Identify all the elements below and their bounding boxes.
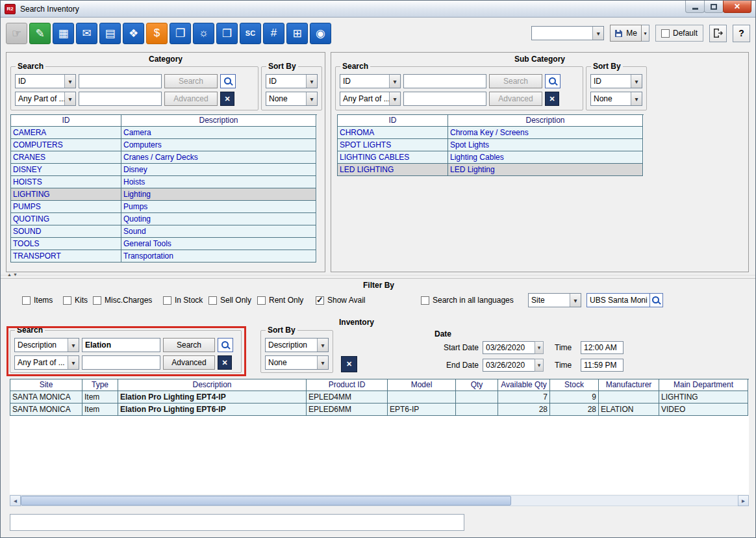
column-header[interactable]: Product ID [307, 379, 388, 391]
subcategory-search-field-dropdown[interactable]: ID [340, 74, 401, 88]
category-row[interactable]: TRANSPORTTransportation [11, 250, 317, 263]
inventory-row[interactable]: SANTA MONICA Item Elation Pro Lighting E… [10, 391, 749, 404]
default-checkbox[interactable] [661, 29, 670, 38]
inventory-search-field-dropdown[interactable]: Description [14, 338, 79, 352]
site-search-magnifier-button[interactable] [649, 294, 662, 307]
category-sort-secondary-dropdown[interactable]: None [266, 92, 318, 106]
subcategory-row[interactable]: SPOT LIGHTSSpot Lights [338, 139, 644, 151]
category-row[interactable]: PUMPSPumps [11, 201, 317, 213]
column-header[interactable]: Model [388, 379, 456, 391]
start-date-input[interactable]: 03/26/2020 [483, 341, 535, 354]
category-match-mode-dropdown[interactable]: Any Part of ... [15, 92, 76, 106]
end-date-input[interactable]: 03/26/2020 [483, 359, 535, 372]
tag-sc-icon[interactable]: SC [240, 23, 261, 44]
subcategory-clear-button[interactable] [545, 92, 559, 106]
exit-button[interactable] [709, 25, 727, 42]
column-header[interactable]: Site [10, 379, 82, 391]
subcategory-sort-secondary-dropdown[interactable]: None [590, 92, 642, 106]
inventory-sort-clear-button[interactable] [341, 356, 357, 372]
price-tags-icon[interactable]: ❖ [123, 23, 144, 44]
subcategory-search-input[interactable] [403, 74, 486, 88]
subcategory-row-selected[interactable]: LED LIGHTINGLED Lighting [338, 164, 644, 176]
column-header[interactable]: Description [118, 379, 307, 391]
scroll-left-button[interactable] [10, 495, 21, 506]
subcategory-search-magnifier-button[interactable] [545, 74, 561, 88]
inventory-clear-button[interactable] [218, 355, 232, 370]
category-row[interactable]: COMPUTERSComputers [11, 139, 317, 151]
scroll-right-button[interactable] [738, 495, 749, 506]
inventory-search-magnifier-button[interactable] [218, 338, 233, 352]
column-header[interactable]: ID [11, 115, 121, 127]
monitor-icon[interactable]: ▤ [99, 23, 121, 44]
category-advanced-button[interactable]: Advanced [164, 92, 218, 106]
checkbox-search-all-languages[interactable]: Search in all languages [421, 294, 514, 306]
end-time-input[interactable]: 11:59 PM [581, 359, 624, 372]
preset-dropdown[interactable] [531, 26, 604, 40]
column-header[interactable]: Description [121, 115, 316, 127]
minimize-button[interactable] [685, 1, 705, 13]
checkbox-in-stock[interactable]: In Stock [163, 294, 203, 306]
scrollbar-thumb[interactable] [21, 496, 511, 506]
category-row[interactable]: QUOTINGQuoting [11, 213, 317, 225]
site-search-field[interactable]: UBS Santa Moni [586, 293, 663, 307]
category-row[interactable]: DISNEYDisney [11, 164, 317, 176]
checkbox-kits[interactable]: Kits [63, 294, 88, 306]
checkbox-show-avail[interactable]: Show Avail [316, 294, 365, 306]
category-row[interactable]: CAMERACamera [11, 127, 317, 139]
column-header[interactable]: Type [82, 379, 118, 391]
inventory-advanced-button[interactable]: Advanced [163, 355, 215, 370]
column-header[interactable]: Manufacturer [599, 379, 659, 391]
inventory-match-mode-dropdown[interactable]: Any Part of ... [14, 355, 79, 370]
pan-hand-icon[interactable]: ☞ [6, 23, 27, 44]
save-me-button[interactable]: Me [610, 25, 642, 42]
status-input[interactable] [10, 514, 464, 531]
category-row[interactable]: HOISTSHoists [11, 176, 317, 188]
checkbox-sell-only[interactable]: Sell Only [208, 294, 251, 306]
inventory-row[interactable]: SANTA MONICA Item Elation Pro Lighting E… [10, 404, 749, 416]
subcategory-sort-primary-dropdown[interactable]: ID [590, 74, 642, 88]
column-header[interactable]: Description [448, 115, 643, 127]
subcategory-match-mode-dropdown[interactable]: Any Part of ... [340, 92, 401, 106]
start-time-input[interactable]: 12:00 AM [581, 341, 624, 354]
category-search-magnifier-button[interactable] [220, 74, 236, 88]
category-search-input[interactable] [79, 74, 162, 88]
subcategory-row[interactable]: LIGHTING CABLESLighting Cables [338, 151, 644, 164]
column-header[interactable]: Available Qty [498, 379, 550, 391]
monitor-search-icon[interactable]: ◉ [310, 23, 331, 44]
category-row[interactable]: CRANESCranes / Carry Decks [11, 151, 317, 164]
message-icon[interactable]: ✉ [76, 23, 97, 44]
idea-bulb-icon[interactable]: ☼ [193, 23, 214, 44]
category-row-selected[interactable]: LIGHTINGLighting [11, 188, 317, 201]
edit-pencil-icon[interactable]: ✎ [29, 23, 51, 44]
end-date-spinner[interactable] [535, 359, 544, 372]
column-header[interactable]: ID [338, 115, 448, 127]
me-dropdown-arrow[interactable] [642, 25, 649, 42]
splitter-collapse-icon[interactable] [7, 272, 19, 277]
close-button[interactable] [723, 1, 751, 13]
checkbox-misc-charges[interactable]: Misc.Charges [93, 294, 152, 306]
maximize-button[interactable] [704, 1, 724, 13]
column-header[interactable]: Main Department [659, 379, 748, 391]
category-search-button[interactable]: Search [164, 74, 218, 88]
catalog-icon[interactable]: ❐ [170, 23, 191, 44]
column-header[interactable]: Qty [456, 379, 498, 391]
inventory-sort-secondary-dropdown[interactable]: None [265, 355, 329, 370]
category-clear-button[interactable] [220, 92, 234, 106]
category-row[interactable]: SOUNDSound [11, 225, 317, 238]
category-advanced-input[interactable] [79, 92, 162, 106]
horizontal-splitter[interactable] [1, 275, 755, 279]
inventory-search-input[interactable]: Elation [82, 338, 160, 352]
checkbox-rent-only[interactable]: Rent Only [257, 294, 303, 306]
site-dropdown[interactable]: Site [528, 293, 581, 307]
start-date-spinner[interactable] [535, 341, 544, 354]
inventory-advanced-input[interactable] [82, 355, 160, 370]
subcategory-advanced-button[interactable]: Advanced [489, 92, 542, 106]
calculator-icon[interactable]: ⊞ [286, 23, 308, 44]
category-row[interactable]: TOOLSGeneral Tools [11, 238, 317, 250]
help-button[interactable]: ? [733, 25, 750, 42]
column-header[interactable]: Stock [550, 379, 599, 391]
calendar-search-icon[interactable]: ❒ [216, 23, 238, 44]
modules-grid-icon[interactable]: ▦ [53, 23, 74, 44]
inventory-search-button[interactable]: Search [163, 338, 215, 352]
subcategory-search-button[interactable]: Search [489, 74, 542, 88]
